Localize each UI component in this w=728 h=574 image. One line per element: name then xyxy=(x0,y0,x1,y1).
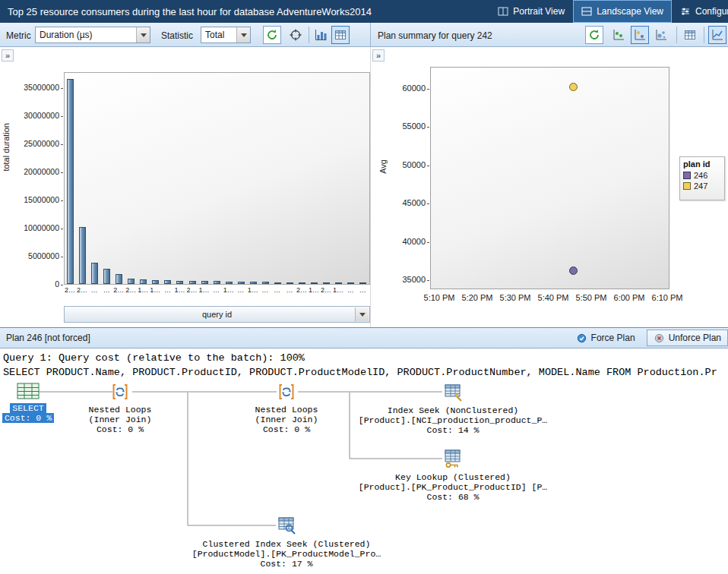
refresh-icon xyxy=(266,29,278,41)
plan-grid-view-button[interactable] xyxy=(681,26,699,44)
statistic-value: Total xyxy=(201,30,224,40)
plan-node-nested-loops-1[interactable]: Nested Loops (Inner Join) Cost: 0 % xyxy=(74,383,166,434)
query-bar[interactable] xyxy=(286,282,293,284)
query-bar[interactable] xyxy=(189,281,196,284)
configure-icon xyxy=(680,7,691,16)
y-axis-tick-label: 10000000 xyxy=(0,223,59,232)
portrait-view-button[interactable]: Portrait View xyxy=(489,0,573,23)
title-bar: Top 25 resource consumers during the las… xyxy=(0,0,728,23)
query-bar[interactable] xyxy=(201,281,208,284)
plan-header-bar: Plan 246 [not forced] Force Plan Unforce… xyxy=(0,327,728,348)
node-object: [ProductModel].[PK_ProductModel_Pro… xyxy=(192,549,381,559)
query-bar[interactable] xyxy=(116,274,122,284)
query-bar[interactable] xyxy=(176,281,183,285)
node-label: Nested Loops xyxy=(255,405,318,415)
plan-node-key-lookup[interactable]: Key Lookup (Clustered) [Product].[PK_Pro… xyxy=(354,449,552,502)
force-plan-button[interactable]: Force Plan xyxy=(569,330,642,346)
x-axis-tick-label: 1… xyxy=(173,286,185,294)
x-axis-tick-label: 1… xyxy=(198,286,210,294)
x-axis-tick-label: … xyxy=(161,286,173,294)
chevron-down-icon xyxy=(355,308,369,321)
nested-loops-icon xyxy=(277,383,296,401)
query-id-dropdown[interactable]: query id xyxy=(64,306,370,323)
configure-button[interactable]: Configure xyxy=(672,0,728,23)
scatter-view-selected-button[interactable] xyxy=(631,26,649,44)
query-id-label: query id xyxy=(202,310,232,319)
y-axis-tick-label: 30000000 xyxy=(0,111,59,120)
query-bar[interactable] xyxy=(164,280,171,284)
query-bar[interactable] xyxy=(323,282,330,284)
portrait-view-label: Portrait View xyxy=(513,6,565,17)
query-bar[interactable] xyxy=(347,282,354,284)
plan-node-index-seek[interactable]: Index Seek (NonClustered) [Product].[NCI… xyxy=(354,382,552,435)
plan-node-clustered-index-seek[interactable]: Clustered Index Seek (Clustered) [Produc… xyxy=(188,516,385,569)
query-bar[interactable] xyxy=(238,282,245,284)
plan-node-nested-loops-2[interactable]: Nested Loops (Inner Join) Cost: 0 % xyxy=(241,383,332,434)
query-bar[interactable] xyxy=(359,282,366,284)
query-bar[interactable] xyxy=(214,281,220,284)
query-bar[interactable] xyxy=(140,279,147,284)
node-label: Index Seek (NonClustered) xyxy=(388,405,519,415)
toolbar-separator xyxy=(676,27,677,43)
bubble-view-button[interactable] xyxy=(652,26,670,44)
node-label: Clustered Index Seek (Clustered) xyxy=(203,539,371,549)
x-axis-tick-label: … xyxy=(259,286,271,294)
query-bar[interactable] xyxy=(67,79,74,284)
query-bar[interactable] xyxy=(79,227,86,284)
legend-entry: 246 xyxy=(683,171,721,180)
track-query-button[interactable] xyxy=(286,26,305,44)
toolbar: Metric Duration (µs) Statistic Total xyxy=(0,23,728,47)
plan-summary-panel: » Avg plan id 246247 3500040000450005000… xyxy=(370,47,728,327)
charts-region: » total duration query id 05000000100000… xyxy=(0,47,728,327)
plan-247-point[interactable] xyxy=(569,83,578,91)
grid-view-button[interactable] xyxy=(331,26,350,44)
scatter-chart-icon xyxy=(612,29,625,41)
query-bar[interactable] xyxy=(103,269,110,284)
landscape-view-button[interactable]: Landscape View xyxy=(573,0,672,23)
x-axis-tick-label: 2… xyxy=(112,286,125,294)
statistic-dropdown[interactable]: Total xyxy=(201,27,251,43)
node-object: [Product].[PK_Product_ProductID] [P… xyxy=(359,482,547,492)
plan-summary-refresh-button[interactable] xyxy=(585,26,603,44)
y-axis-tick xyxy=(61,116,63,117)
scatter-view-button[interactable] xyxy=(609,26,628,44)
refresh-button[interactable] xyxy=(263,26,281,44)
query-bar[interactable] xyxy=(335,282,342,284)
query-bar[interactable] xyxy=(299,282,305,284)
unforce-plan-button[interactable]: Unforce Plan xyxy=(647,330,728,346)
legend-label: 247 xyxy=(694,181,707,191)
node-cost: Cost: 14 % xyxy=(426,425,479,435)
x-axis-tick-label: 1… xyxy=(332,286,344,294)
bubble-chart-icon xyxy=(655,29,667,41)
duration-bar-chart[interactable] xyxy=(64,72,370,285)
plan-246-point[interactable] xyxy=(569,266,578,275)
y-axis-tick xyxy=(61,285,63,285)
query-sql-line: SELECT PRODUCT.Name, PRODUCT.ProductID, … xyxy=(3,365,728,380)
plan-summary-scatter-chart[interactable] xyxy=(430,67,669,289)
metric-dropdown[interactable]: Duration (µs) xyxy=(35,27,150,43)
query-bar[interactable] xyxy=(311,282,318,284)
plan-node-select[interactable]: SELECT Cost: 0 % xyxy=(2,383,55,423)
chart-view-button[interactable] xyxy=(312,26,330,44)
node-cost: Cost: 0 % xyxy=(2,413,54,423)
node-label: SELECT xyxy=(10,403,46,413)
query-bar[interactable] xyxy=(152,280,159,284)
plan-line-view-button[interactable] xyxy=(708,26,726,44)
x-axis-tick-label: 5:10 PM xyxy=(418,293,461,302)
query-bar[interactable] xyxy=(262,282,269,284)
node-cost: Cost: 68 % xyxy=(426,492,479,502)
legend-swatch xyxy=(683,172,691,179)
landscape-layout-icon xyxy=(581,7,592,16)
query-bar[interactable] xyxy=(250,282,257,284)
y-axis-tick-label: 5000000 xyxy=(0,251,59,260)
refresh-icon xyxy=(588,29,600,41)
query-bar[interactable] xyxy=(226,282,233,284)
query-bar[interactable] xyxy=(91,263,98,284)
expand-settings-chevron[interactable]: » xyxy=(2,49,14,62)
node-label: Nested Loops xyxy=(89,405,152,415)
query-bar[interactable] xyxy=(128,279,135,284)
plan-title: Plan 246 [not forced] xyxy=(6,333,90,343)
expand-settings-chevron[interactable]: » xyxy=(372,49,385,62)
query-bar[interactable] xyxy=(274,282,281,285)
y-axis-tick xyxy=(427,166,429,166)
